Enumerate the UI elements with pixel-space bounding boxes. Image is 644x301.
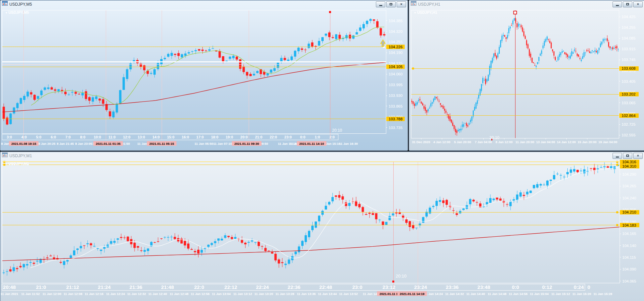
svg-text:▼ USDJPY,H1: ▼ USDJPY,H1 [414,10,437,14]
price-axis-label: 104.265 [622,184,636,188]
hour-label: 23:36 [446,284,459,290]
minimize-button[interactable] [376,1,385,7]
chart-canvas-h1[interactable]: 20:10104.425104.255104.085103.915103.745… [409,8,642,149]
close-button[interactable]: × [633,153,643,159]
price-tag-label: 102.864 [622,114,636,118]
date-label: 4 Jan 12:00 [433,140,450,144]
highlighted-date-label: 2021.01.11 09:30 [234,142,259,145]
highlighted-date-label: 2021.01.11 01:35 [96,142,121,145]
price-axis-label: 104.065 [622,279,636,283]
hour-label: 0 [587,284,590,290]
window-titlebar[interactable]: USDJPY,M1 × [0,152,644,160]
minimize-button[interactable] [613,153,622,159]
hour-label: 1:0 [315,135,320,139]
chevron-down-icon: ▼ [5,163,8,166]
date-label: 7 Jan 04:00 [475,140,492,144]
chart-symbol-label[interactable]: ▼ USDJPY,H1 [414,10,437,14]
price-axis-label: 103.735 [389,126,403,130]
date-label: 11 Jan 13:36 [297,292,316,296]
date-label: 8 Jan 12:00 [495,140,512,144]
date-label: 5 Jan 20:00 [454,140,471,144]
date-label: 8 Jan 23:05 [75,142,92,145]
price-axis-label: 104.425 [622,15,636,19]
close-button[interactable]: × [397,1,406,7]
hour-label: 3:0 [7,135,12,139]
restore-button[interactable] [386,1,396,7]
chart-window-icon [411,1,416,7]
hour-label: 17:0 [196,135,204,139]
window-titlebar[interactable]: USDJPY,M5 × [0,0,408,8]
line-handle[interactable] [616,211,618,213]
price-axis-label: 104.165 [622,232,636,236]
chart-symbol-label[interactable]: ▼ USDJPY,M5 [5,10,29,14]
date-label: 14 Jan 12:00 [557,140,576,144]
restore-button[interactable] [623,153,632,159]
date-label: 11 Jan 12:32 [127,292,146,296]
hour-label: 0:0 [300,135,305,139]
date-label: 11 Jan 15:04 [530,292,549,296]
plot-border [2,161,620,283]
price-tag-label: 103.608 [622,66,636,70]
price-axis-label: 104.090 [622,267,636,271]
hour-label: 16:0 [182,135,189,139]
hour-label: 22:0 [194,284,204,290]
date-label: 11 Jan 16:30 [339,142,358,145]
time-line-marker[interactable] [514,11,517,14]
time-axis: 8 Jan 208 Jan 20:258 Jan 21:458 Jan 23:0… [1,141,358,146]
chart-window-icon [2,1,8,7]
candles [3,162,619,276]
date-label: 11 Jan 07:10 [213,142,232,145]
restore-button[interactable] [623,1,632,7]
price-axis-label: 104.115 [622,255,636,259]
hour-label: 22:24 [256,284,269,290]
date-label: 11 Jan 12:16 [85,292,103,296]
price-axis-label: 103.405 [622,79,636,83]
hour-label: 15:0 [167,135,174,139]
hour-label: 22:12 [224,284,237,290]
price-tag-label: 104.183 [622,223,636,227]
chart-canvas-m1[interactable]: 20:10104.290104.265104.240104.215104.190… [0,160,642,299]
time-marker-label: 20:10 [489,135,499,140]
fast-moving-average-line [30,167,618,267]
hour-label: 10:0 [94,135,101,139]
chart-window-usdjpy-m1: USDJPY,M1 × 20:10104.290104.265104.24010… [0,152,644,301]
date-label: 11 Jan 13:20 [254,292,273,296]
date-label: 15 Jan 20:00 [578,140,597,144]
chevron-down-icon: ▼ [5,11,8,14]
price-tag-label: 104.210 [622,210,636,214]
time-line-marker[interactable] [329,11,331,13]
minimize-button[interactable] [613,1,622,7]
date-label: 19 Jan 04:00 [598,140,618,144]
date-label: 11 Jan 13:04 [212,292,231,296]
symbol-timeframe-text: USDJPY,M1 [8,162,29,166]
chart-symbol-label[interactable]: ▼ USDJPY,M1 [5,162,29,166]
chart-canvas-m5[interactable]: 20:10104.385104.320104.255104.190104.125… [0,8,406,149]
svg-text:▼ USDJPY,M1: ▼ USDJPY,M1 [5,162,29,166]
window-title: USDJPY,H1 [418,2,440,7]
symbol-timeframe-text: USDJPY,M5 [8,10,29,14]
hour-label: 12:0 [123,135,131,139]
price-axis-label: 103.995 [389,83,403,87]
date-label: 11 Jan 12:48 [170,292,188,296]
candles [411,18,619,136]
line-handle[interactable] [616,224,618,226]
time-axis: 11 Jan 202111 Jan 11:5211 Jan 12:0011 Ja… [1,291,612,296]
date-label: 11 Jan 14:24 [424,292,443,296]
price-axis-label: 104.290 [622,172,636,176]
close-button[interactable]: × [633,1,643,7]
hour-label: 18:0 [211,135,218,139]
hour-label: 21:24 [98,284,111,290]
line-handle[interactable] [412,67,414,69]
date-label: 11 Jan 14:32 [445,292,464,296]
slow-moving-average-line [2,62,386,112]
window-titlebar[interactable]: USDJPY,H1 × [409,0,644,8]
hour-label: 4:0 [21,135,27,139]
time-line-marker[interactable] [392,281,394,283]
date-label: 11 Jan 2021 [1,292,19,296]
line-handle[interactable] [616,164,618,166]
hour-label: 13:0 [138,135,145,139]
price-tag-label: 103.202 [622,92,636,96]
plot-border [411,10,619,138]
up-arrow-marker[interactable] [381,40,385,47]
svg-text:▼ USDJPY,M5: ▼ USDJPY,M5 [5,10,29,14]
